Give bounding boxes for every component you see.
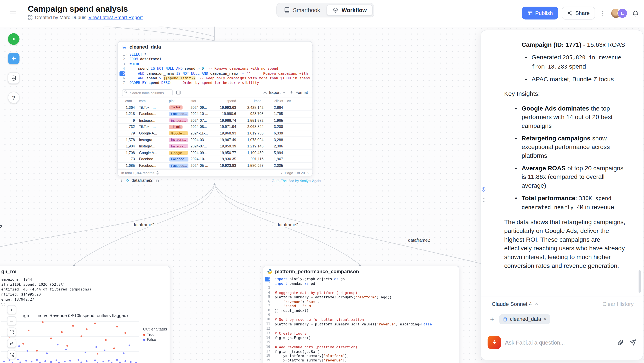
- attach-button[interactable]: [616, 338, 624, 347]
- edge-label-dataframe2-clipped: dataframe2: [0, 224, 4, 229]
- scatter-point: [94, 359, 96, 361]
- table-row[interactable]: 1,218Faceboo...Faceboo...2024-10-...19,9…: [118, 111, 312, 117]
- column-header[interactable]: ctr: [285, 99, 298, 103]
- add-context-button[interactable]: +: [490, 316, 494, 323]
- tab-smartbook[interactable]: Smartbook: [278, 5, 326, 16]
- python-editor[interactable]: 1import plotly.graph_objects as go2impor…: [263, 276, 459, 363]
- scatter-point: [12, 362, 13, 363]
- line-number: 17: [265, 349, 270, 354]
- add-node-button[interactable]: [8, 53, 20, 64]
- table-row[interactable]: 1,984Instagra...Instagra...2024-07...19,…: [118, 143, 312, 150]
- cell: 1,578: [120, 138, 137, 142]
- chat-input[interactable]: [505, 339, 612, 345]
- menu-button[interactable]: [9, 9, 17, 17]
- sql-node-cleaned-data[interactable]: cleaned_data 1▾SELECT *2FROM dataframe13…: [118, 41, 312, 176]
- legend-item-true[interactable]: True: [143, 332, 167, 337]
- table-row[interactable]: 1,364TikTok - ...TikTok2024-09...19,993.…: [118, 104, 312, 111]
- table-icon: [503, 317, 508, 321]
- context-chip-cleaned-data[interactable]: cleaned_data ×: [499, 314, 550, 324]
- line-number: 5: [120, 71, 125, 76]
- table-row[interactable]: 1,708Google A...Google ...2024-09...19,9…: [118, 150, 312, 156]
- scatter-point: [22, 343, 24, 344]
- table-row[interactable]: 9Instagra...Instagra...2024-07...19,988.…: [118, 117, 312, 124]
- latest-report-link[interactable]: View Latest Smart Report: [88, 15, 142, 20]
- created-by-label: Created by Marc Dupuis: [35, 15, 86, 20]
- code-line: 5▾platform_summary = dataframe2.groupby(…: [265, 295, 456, 300]
- cell: 9: [120, 118, 137, 122]
- cell: 2024-05...: [188, 125, 212, 129]
- table-row[interactable]: 1,685Faceboo...Faceboo...2024-05-...19,9…: [118, 163, 312, 169]
- notifications-bell-button[interactable]: [631, 9, 640, 18]
- cell: 2024-11-...: [188, 131, 212, 135]
- legend-item-false[interactable]: False: [143, 337, 167, 342]
- platform-badge: Faceboo...: [169, 112, 188, 116]
- column-header[interactable]: plat...: [167, 99, 188, 103]
- column-header[interactable]: cam...: [120, 99, 137, 103]
- chat-text: The data shows that retargeting campaign…: [504, 218, 628, 270]
- platform-badge: Instagra...: [169, 138, 188, 142]
- pin-icon[interactable]: [481, 187, 486, 192]
- scatter-point: [61, 331, 63, 333]
- page-indicator: Page 1 of 20: [285, 171, 305, 175]
- scatter-point: [44, 360, 46, 362]
- lock-button[interactable]: [7, 339, 16, 348]
- copy-icon[interactable]: [155, 178, 159, 182]
- column-header[interactable]: star...: [188, 99, 212, 103]
- format-button[interactable]: Format: [289, 90, 308, 95]
- next-page-button[interactable]: ›: [307, 171, 308, 175]
- bullet-marker: •: [515, 163, 522, 190]
- chat-transcript[interactable]: Campaign (ID: 1771) - 15.63x ROAS•Genera…: [481, 30, 637, 296]
- chat-scrollbar[interactable]: [638, 270, 640, 293]
- publish-button[interactable]: Publish: [522, 7, 558, 20]
- scatter-point: [111, 362, 112, 363]
- column-header[interactable]: cam...: [137, 99, 167, 103]
- more-menu-button[interactable]: [599, 9, 607, 17]
- scatter-point: [113, 347, 115, 349]
- cell: 1,795: [266, 112, 285, 116]
- model-selector[interactable]: Claude Sonnet 4: [492, 301, 539, 307]
- cell: 2024-10-...: [188, 157, 212, 161]
- column-header[interactable]: impr...: [238, 99, 266, 103]
- scatter-point: [119, 362, 120, 363]
- python-node-campaign-roi[interactable]: gn_roi ampaigns: 1944ith ≥$10k spend: 10…: [0, 266, 170, 363]
- top-bar: Campaign spend analysis Created by Marc …: [0, 0, 644, 27]
- cell: 3,288: [266, 138, 285, 142]
- platform-badge: Instagra...: [169, 118, 188, 123]
- send-button[interactable]: [628, 338, 637, 347]
- publish-label: Publish: [535, 10, 553, 16]
- avatar-group: L: [611, 8, 628, 18]
- tab-workflow[interactable]: Workflow: [326, 5, 372, 16]
- column-header[interactable]: spend: [212, 99, 238, 103]
- zoom-in-button[interactable]: +: [7, 305, 16, 314]
- avatar-letter[interactable]: L: [618, 8, 627, 18]
- zoom-out-button[interactable]: −: [7, 316, 16, 326]
- fit-view-button[interactable]: [7, 328, 16, 337]
- fold-chevron-icon: ▾: [270, 295, 274, 300]
- table-row[interactable]: 73Faceboo...Faceboo...2024-10-...19,930.…: [118, 156, 312, 163]
- search-columns-input[interactable]: [122, 89, 172, 97]
- column-header[interactable]: clicks: [266, 99, 285, 103]
- remove-context-button[interactable]: ×: [544, 317, 546, 322]
- prev-page-button[interactable]: ‹: [281, 171, 282, 175]
- table-row[interactable]: 79Google A...Google ...2024-11-...19,968…: [118, 130, 312, 137]
- drag-handle[interactable]: [482, 198, 487, 203]
- cell: 1,551,572: [238, 118, 266, 122]
- context-chip-label: cleaned_data: [510, 316, 541, 322]
- share-button[interactable]: Share: [562, 7, 595, 20]
- cell: 2024-09...: [188, 151, 212, 155]
- python-node-platform-performance[interactable]: platform_performance_comparison 1import …: [263, 266, 459, 363]
- export-button[interactable]: Export: [263, 90, 286, 95]
- chart-title-fragment: nd vs Revenue (≥$10k spend, outliers fla…: [38, 313, 128, 318]
- table-row[interactable]: 1,578Instagra...Instagra...2024-03...19,…: [118, 137, 312, 143]
- table-row[interactable]: 732TikTok - ...TikTok2024-05...19,971.94…: [118, 124, 312, 130]
- sql-editor[interactable]: 1▾SELECT *2FROM dataframe13WHERE4 spend …: [118, 52, 312, 87]
- help-button[interactable]: ?: [8, 92, 20, 104]
- line-number: 19: [265, 358, 270, 363]
- chat-text: •APAC market, Bundle Z focus: [504, 75, 628, 84]
- clear-history-button[interactable]: Clear History: [602, 301, 634, 307]
- columns-toggle-button[interactable]: [176, 90, 181, 95]
- data-sources-button[interactable]: [8, 72, 20, 84]
- run-button[interactable]: [8, 33, 20, 45]
- auto-layout-button[interactable]: [7, 350, 16, 359]
- page-title: Campaign spend analysis: [28, 4, 143, 14]
